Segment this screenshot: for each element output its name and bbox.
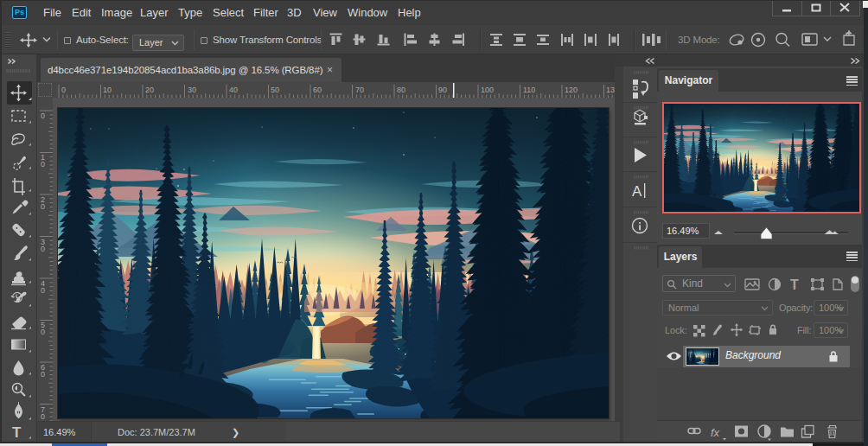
svg-text:0: 0 — [41, 160, 45, 169]
svg-text:120: 120 — [565, 86, 578, 94]
svg-text:0: 0 — [41, 412, 45, 421]
svg-text:0: 0 — [41, 370, 45, 379]
svg-text:0: 0 — [61, 86, 66, 94]
svg-text:90: 90 — [438, 86, 447, 94]
svg-text:0: 0 — [41, 202, 45, 211]
svg-text:0: 0 — [41, 245, 45, 253]
svg-text:50: 50 — [271, 86, 279, 94]
svg-text:0: 0 — [41, 286, 45, 295]
svg-text:20: 20 — [145, 86, 154, 94]
svg-text:0: 0 — [41, 328, 45, 336]
svg-text:80: 80 — [397, 86, 405, 94]
svg-text:10: 10 — [103, 86, 112, 94]
svg-text:T: T — [12, 424, 22, 441]
svg-text:30: 30 — [188, 86, 196, 94]
svg-text:70: 70 — [355, 86, 364, 94]
svg-text:fx: fx — [711, 426, 720, 439]
svg-text:0: 0 — [41, 112, 45, 120]
svg-text:60: 60 — [313, 86, 322, 94]
svg-text:100: 100 — [481, 86, 494, 94]
svg-text:T: T — [790, 277, 799, 292]
svg-text:A: A — [632, 183, 642, 200]
svg-text:130: 130 — [606, 86, 615, 94]
svg-text:110: 110 — [523, 86, 535, 94]
svg-text:40: 40 — [229, 86, 238, 94]
